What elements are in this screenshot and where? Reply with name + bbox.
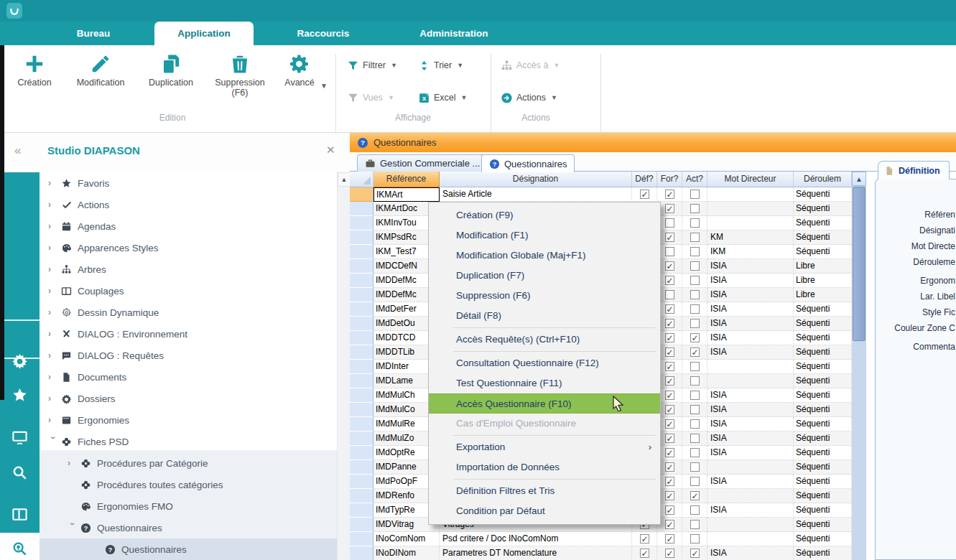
excel-button[interactable]: x Excel ▼ — [418, 90, 468, 106]
cell-deroulement[interactable]: Séquenti — [794, 202, 852, 216]
context-menu-item[interactable]: Exportation › — [429, 437, 660, 457]
column-header-designation[interactable]: Désignation — [440, 172, 632, 187]
column-header-for[interactable]: For? — [657, 172, 682, 187]
cell-mot-directeur[interactable] — [707, 187, 794, 202]
vues-button[interactable]: Vues ▼ — [347, 90, 394, 106]
select-all-corner[interactable] — [350, 172, 373, 187]
actions-button[interactable]: Actions ▼ — [501, 90, 557, 106]
table-scrollbar[interactable]: ▲ — [852, 172, 866, 560]
context-menu-item[interactable]: Création (F9) › — [429, 205, 660, 225]
cell-deroulement[interactable]: Séquenti — [794, 388, 852, 403]
strip-nav-icon[interactable] — [0, 345, 40, 379]
checkbox-for[interactable] — [665, 347, 674, 357]
strip-nav-icon[interactable] — [0, 421, 40, 456]
context-menu-item[interactable]: Test Questionnaire (F11) › — [429, 373, 660, 393]
column-header-def[interactable]: Déf? — [632, 172, 657, 187]
cell-for[interactable] — [657, 360, 682, 374]
cell-deroulement[interactable]: Séquenti — [794, 216, 852, 230]
trier-button[interactable]: Trier ▼ — [418, 57, 463, 73]
chevron-down-icon[interactable]: ▼ — [551, 94, 557, 101]
context-menu-item[interactable]: Cas d'Emploi Questionnaire › — [429, 414, 660, 434]
tree-item[interactable]: › Couplages — [40, 280, 337, 302]
context-menu-item[interactable]: Détail (F8) › — [429, 306, 660, 326]
cell-act[interactable] — [682, 360, 707, 374]
cell-act[interactable] — [682, 302, 707, 317]
chevron-right-icon[interactable]: › — [68, 523, 78, 536]
checkbox-for[interactable] — [665, 276, 674, 285]
checkbox-act[interactable] — [690, 520, 700, 529]
context-menu-item[interactable]: Consultation Questionnaire (F12) › — [429, 353, 660, 373]
cell-act[interactable] — [682, 317, 707, 331]
row-header[interactable] — [350, 388, 373, 403]
cell-act[interactable] — [682, 288, 707, 302]
tree-item[interactable]: › Favoris — [40, 172, 337, 194]
cell-deroulement[interactable]: Séquenti — [794, 446, 852, 460]
chevron-right-icon[interactable]: › — [48, 178, 61, 188]
cell-mot-directeur[interactable]: ISIA — [707, 331, 794, 345]
cell-deroulement[interactable]: Séquenti — [794, 331, 852, 345]
cell-reference[interactable]: INoComNom — [373, 532, 440, 546]
definition-panel-tab[interactable]: Définition — [878, 161, 950, 179]
cell-for[interactable] — [657, 546, 682, 560]
checkbox-for[interactable] — [665, 505, 674, 515]
checkbox-for[interactable] — [665, 520, 674, 529]
cell-mot-directeur[interactable]: ISIA — [707, 475, 794, 489]
checkbox-act[interactable] — [690, 376, 700, 386]
checkbox-for[interactable] — [665, 391, 674, 400]
cell-deroulement[interactable]: Séquenti — [794, 532, 852, 546]
close-icon[interactable]: ✕ — [326, 144, 335, 157]
tree-item[interactable]: › Ergonomies — [40, 409, 337, 431]
cell-act[interactable] — [682, 331, 707, 345]
cell-act[interactable] — [682, 532, 707, 546]
row-header[interactable] — [350, 475, 373, 489]
strip-nav-icon[interactable] — [0, 457, 40, 491]
cell-for[interactable] — [657, 187, 682, 202]
scrollbar-thumb[interactable] — [853, 187, 865, 341]
ribbon-big-button[interactable]: Modification ▼ — [65, 50, 136, 116]
cell-for[interactable] — [657, 503, 682, 518]
cell-reference[interactable]: INoDINom — [373, 546, 440, 560]
context-menu-item[interactable]: Condition par Défaut › — [429, 501, 660, 521]
checkbox-act[interactable] — [690, 276, 700, 285]
chevron-down-icon[interactable]: ▼ — [461, 94, 468, 101]
cell-for[interactable] — [657, 317, 682, 331]
scroll-up-icon[interactable]: ▲ — [852, 172, 866, 186]
cell-for[interactable] — [657, 216, 682, 230]
checkbox-act[interactable] — [690, 434, 700, 443]
cell-act[interactable] — [682, 460, 707, 475]
cell-act[interactable] — [682, 489, 707, 503]
cell-for[interactable] — [657, 374, 682, 388]
cell-deroulement[interactable]: Séquenti — [794, 431, 852, 446]
checkbox-act[interactable] — [690, 204, 700, 213]
cell-def[interactable] — [632, 187, 657, 202]
table-row[interactable]: IKMArt Saisie Article Séquenti — [350, 187, 852, 202]
checkbox-for[interactable] — [665, 190, 674, 199]
cell-act[interactable] — [682, 345, 707, 360]
chevron-right-icon[interactable]: › — [48, 264, 61, 274]
acces-a-button[interactable]: Accès à ▼ — [501, 57, 560, 73]
checkbox-act[interactable] — [690, 405, 700, 414]
checkbox-for[interactable] — [665, 261, 674, 271]
ribbon-tab-raccourcis[interactable]: Raccourcis — [275, 22, 371, 45]
row-header[interactable] — [350, 460, 373, 475]
checkbox-for[interactable] — [665, 319, 674, 328]
cell-mot-directeur[interactable]: ISIA — [707, 417, 794, 431]
tree-item[interactable]: › Procédures par Catégorie — [40, 452, 337, 474]
checkbox-for[interactable] — [665, 491, 674, 500]
cell-for[interactable] — [657, 230, 682, 245]
cell-deroulement[interactable]: Libre — [794, 288, 852, 302]
cell-mot-directeur[interactable]: ISIA — [707, 431, 794, 446]
checkbox-act[interactable] — [690, 491, 700, 500]
tree-item[interactable]: › Apparences Styles — [40, 237, 337, 258]
checkbox-act[interactable] — [690, 462, 700, 472]
row-header[interactable] — [350, 331, 373, 345]
cell-mot-directeur[interactable] — [707, 374, 794, 388]
cell-act[interactable] — [682, 216, 707, 230]
chevron-right-icon[interactable]: › — [48, 200, 61, 210]
checkbox-for[interactable] — [665, 477, 674, 486]
chevron-down-icon[interactable]: ▼ — [457, 62, 463, 69]
row-header[interactable] — [350, 345, 373, 360]
cell-deroulement[interactable]: Séquenti — [794, 518, 852, 532]
cell-deroulement[interactable]: Séquenti — [794, 460, 852, 475]
row-header[interactable] — [350, 532, 373, 546]
